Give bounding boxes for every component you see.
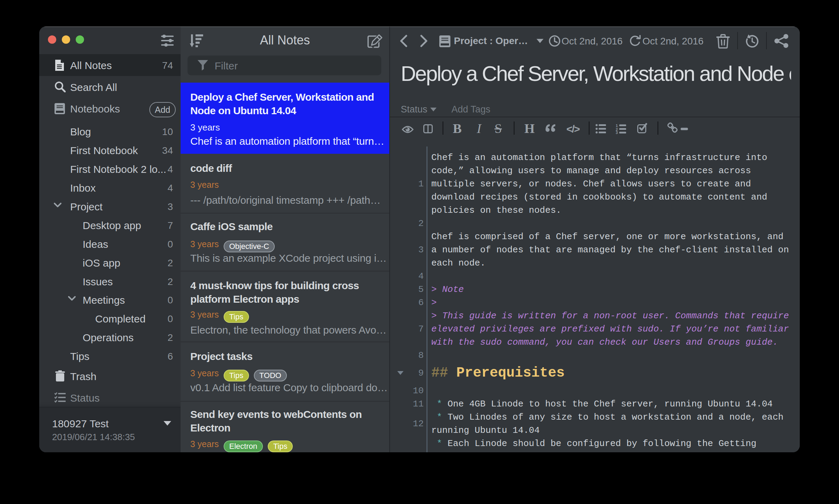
svg-text:3: 3 (616, 131, 618, 134)
